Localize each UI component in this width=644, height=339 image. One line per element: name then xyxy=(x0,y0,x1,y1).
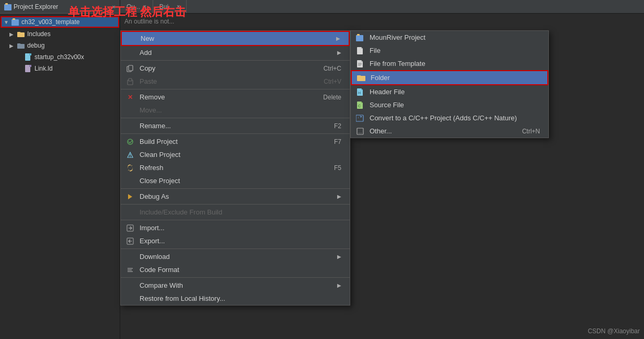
build-shortcut: F7 xyxy=(334,138,341,145)
svg-rect-30 xyxy=(356,115,363,121)
svg-rect-7 xyxy=(29,65,31,67)
menu-item-paste[interactable]: Paste Ctrl+V xyxy=(121,75,350,88)
tree-arrow-includes: ▶ xyxy=(9,31,17,37)
panel-close-button[interactable]: × xyxy=(112,4,116,10)
add-arrow-icon: ▶ xyxy=(337,50,341,55)
submenu-item-header[interactable]: H Header File xyxy=(351,85,548,98)
submenu-item-file-template[interactable]: File from Template xyxy=(351,57,548,70)
project-explorer-icon xyxy=(4,3,12,10)
separator-6 xyxy=(121,204,350,205)
convert-icon xyxy=(356,114,364,122)
submenu-item-mounriver[interactable]: MounRiver Project xyxy=(351,31,548,44)
menu-item-import-label: Import... xyxy=(140,224,341,232)
build-icon xyxy=(126,138,134,146)
file-template-icon xyxy=(356,60,364,68)
menu-item-close-project[interactable]: Close Project xyxy=(121,174,350,187)
folder-submenu-icon xyxy=(357,74,365,82)
submenu: MounRiver Project File File from Templat… xyxy=(350,30,549,138)
tree-arrow-debug: ▶ xyxy=(9,43,17,49)
menu-item-build[interactable]: Build Project F7 xyxy=(121,135,350,148)
svg-rect-0 xyxy=(4,4,12,10)
submenu-item-source[interactable]: C Source File xyxy=(351,98,548,111)
menu-item-include-exclude[interactable]: Include/Exclude From Build xyxy=(121,206,350,219)
project-label: ch32_v003_template xyxy=(21,18,79,26)
tree-item-linkld[interactable]: Link.ld xyxy=(0,63,120,74)
debug-label: debug xyxy=(27,42,44,49)
panel-title-text: Project Explorer xyxy=(14,3,58,10)
menu-item-clean[interactable]: Clean Project xyxy=(121,148,350,161)
menu-item-code-format-label: Code Format xyxy=(140,266,341,274)
new-arrow-icon: ▶ xyxy=(336,36,340,41)
submenu-item-other[interactable]: ... Other... Ctrl+N xyxy=(351,125,548,138)
debug-as-icon xyxy=(126,193,134,201)
menu-item-move[interactable]: Move... xyxy=(121,104,350,117)
menu-item-rename-label: Rename... xyxy=(140,122,324,130)
menu-item-compare[interactable]: Compare With ▶ xyxy=(121,279,350,292)
separator-4 xyxy=(121,133,350,134)
main-layout: Project Explorer × ▼ ch32_v003_template … xyxy=(0,0,644,339)
menu-item-restore[interactable]: Restore from Local History... xyxy=(121,292,350,305)
submenu-item-convert[interactable]: Convert to a C/C++ Project (Adds C/C++ N… xyxy=(351,111,548,125)
includes-label: Includes xyxy=(27,30,51,38)
linkld-file-icon xyxy=(24,64,32,73)
refresh-icon xyxy=(126,164,134,172)
menu-item-debug-as[interactable]: Debug As ▶ xyxy=(121,190,350,203)
menu-item-remove[interactable]: ✕ Remove Delete xyxy=(121,91,350,104)
tab-build-close[interactable]: × xyxy=(177,4,180,9)
startup-label: startup_ch32v00x xyxy=(34,53,84,61)
tab-build[interactable]: Bui... × xyxy=(153,0,187,13)
paste-shortcut: Ctrl+V xyxy=(324,78,341,85)
submenu-item-file[interactable]: File xyxy=(351,44,548,57)
tree-item-includes[interactable]: ▶ Includes xyxy=(0,28,120,40)
menu-item-import[interactable]: Import... xyxy=(121,221,350,234)
menu-item-download[interactable]: Download ▶ xyxy=(121,250,350,263)
restore-icon xyxy=(126,295,134,303)
menu-item-copy-label: Copy xyxy=(140,64,313,72)
svg-rect-3 xyxy=(13,18,15,20)
menu-item-refresh[interactable]: Refresh F5 xyxy=(121,161,350,174)
menu-item-code-format[interactable]: Code Format xyxy=(121,263,350,276)
copy-shortcut: Ctrl+C xyxy=(324,65,341,72)
linkld-label: Link.ld xyxy=(34,65,53,72)
svg-rect-2 xyxy=(12,19,19,26)
source-file-icon: C xyxy=(356,101,364,109)
menu-item-new[interactable]: New ▶ xyxy=(121,31,350,46)
separator-2 xyxy=(121,89,350,89)
tree-item-startup[interactable]: startup_ch32v00x xyxy=(0,51,120,63)
menu-item-build-label: Build Project xyxy=(140,138,324,145)
separator-8 xyxy=(121,248,350,249)
svg-marker-15 xyxy=(128,194,132,199)
submenu-item-folder[interactable]: Folder xyxy=(351,70,548,85)
menu-item-debug-as-label: Debug As xyxy=(140,193,335,200)
separator-1 xyxy=(121,60,350,61)
copy-icon xyxy=(126,64,134,73)
new-icon xyxy=(127,35,135,43)
svg-point-14 xyxy=(130,156,131,157)
menu-item-refresh-label: Refresh xyxy=(140,164,324,172)
tree-item-debug[interactable]: ▶ debug xyxy=(0,40,120,51)
menu-item-restore-label: Restore from Local History... xyxy=(140,295,341,302)
svg-text:C: C xyxy=(358,104,361,108)
menu-item-copy[interactable]: Copy Ctrl+C xyxy=(121,62,350,75)
svg-rect-11 xyxy=(129,78,132,81)
tab-outline[interactable]: Ou... × xyxy=(120,0,153,13)
add-icon xyxy=(126,49,134,57)
project-explorer: Project Explorer × ▼ ch32_v003_template … xyxy=(0,0,120,339)
submenu-item-other-label: Other... xyxy=(370,127,522,135)
menu-item-export[interactable]: Export... xyxy=(121,234,350,247)
compare-arrow-icon: ▶ xyxy=(337,282,341,288)
tab-outline-close[interactable]: × xyxy=(143,4,146,9)
menu-item-paste-label: Paste xyxy=(140,77,313,85)
menu-item-new-label: New xyxy=(141,35,334,42)
watermark: CSDN @Xiaoyibar xyxy=(588,327,640,335)
menu-item-remove-label: Remove xyxy=(140,93,313,101)
submenu-item-file-label: File xyxy=(370,47,540,54)
menu-item-add[interactable]: Add ▶ xyxy=(121,46,350,59)
export-icon xyxy=(126,237,134,245)
tree-item-project[interactable]: ▼ ch32_v003_template xyxy=(1,16,119,28)
outline-placeholder: An outline is not... xyxy=(124,18,174,25)
menu-item-rename[interactable]: Rename... F2 xyxy=(121,119,350,132)
separator-9 xyxy=(121,277,350,278)
submenu-item-folder-label: Folder xyxy=(371,74,539,82)
menu-item-add-label: Add xyxy=(140,49,335,56)
